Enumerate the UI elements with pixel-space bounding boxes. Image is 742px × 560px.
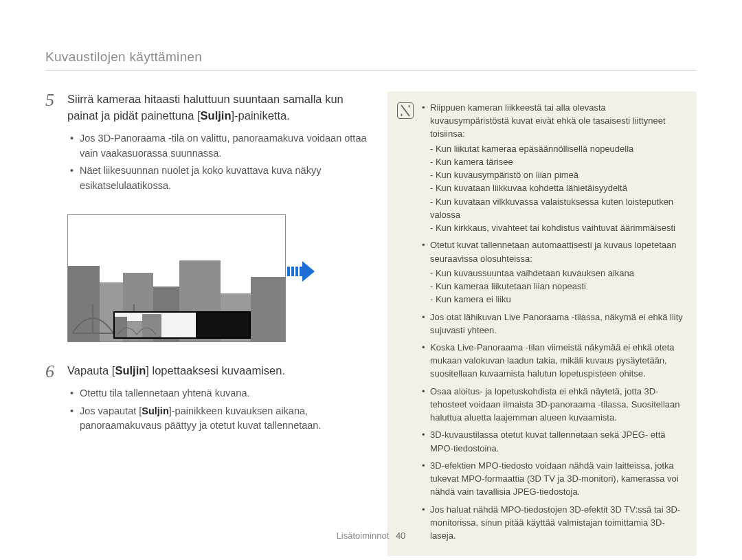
remaining-portion <box>196 313 249 337</box>
info-bullets: Riippuen kameran liikkeestä tai alla ole… <box>422 101 686 546</box>
note-icon <box>397 102 414 119</box>
header-divider <box>45 70 697 71</box>
info-item: 3D-efektien MPO-tiedosto voidaan nähdä v… <box>422 459 686 499</box>
info-item: Koska Live-Panoraama -tilan viimeistä nä… <box>422 341 686 381</box>
svg-marker-7 <box>302 261 315 282</box>
direction-arrow-icon <box>287 260 315 283</box>
step-number: 5 <box>45 91 60 197</box>
step-6: 6 Vapauta [Suljin] lopettaaksesi kuvaami… <box>45 363 368 436</box>
sub-item: Kun kuvataan vilkkuvassa valaistuksessa … <box>430 195 686 221</box>
info-item: Otetut kuvat tallennetaan automaattisest… <box>422 238 686 306</box>
info-sublist: Kun kuvaussuuntaa vaihdetaan kuvauksen a… <box>430 267 686 306</box>
bold-key: Suljin <box>201 109 232 122</box>
page-footer: Lisätoiminnot 40 <box>0 530 742 541</box>
text: Riippuen kameran liikkeestä tai alla ole… <box>430 102 666 139</box>
info-item: Osaa aloitus- ja lopetuskohdista ei ehkä… <box>422 385 686 425</box>
text: ]-painiketta. <box>232 109 290 122</box>
bold-key: Suljin <box>142 405 168 416</box>
sub-item: Kun kuvaussuuntaa vaihdetaan kuvauksen a… <box>430 267 686 280</box>
sub-item: Kun liikutat kameraa epäsäännöllisellä n… <box>430 142 686 155</box>
info-box: Riippuen kameran liikkeestä tai alla ole… <box>387 91 697 556</box>
svg-rect-6 <box>300 267 302 276</box>
left-column: 5 Siirrä kameraa hitaasti haluttuun suun… <box>45 91 368 556</box>
right-column: Riippuen kameran liikkeestä tai alla ole… <box>387 91 697 556</box>
footer-section: Lisätoiminnot <box>337 530 390 541</box>
panorama-preview-strip <box>113 311 251 339</box>
info-item: 3D-kuvaustilassa otetut kuvat tallenneta… <box>422 428 686 454</box>
info-sublist: Kun liikutat kameraa epäsäännöllisellä n… <box>430 142 686 235</box>
text: Otetut kuvat tallennetaan automaattisest… <box>430 240 676 263</box>
sub-item: Kun kameraa liikutetaan liian nopeasti <box>430 280 686 293</box>
sub-item: Kun kamera tärisee <box>430 155 686 168</box>
svg-rect-3 <box>287 267 290 276</box>
svg-rect-4 <box>291 267 294 276</box>
text: Vapauta [ <box>67 364 115 377</box>
info-item: Riippuen kameran liikkeestä tai alla ole… <box>422 101 686 234</box>
sub-item: Kun kuvausympäristö on liian pimeä <box>430 168 686 181</box>
info-item: Jos otat lähikuvan Live Panoraama -tilas… <box>422 311 686 337</box>
bold-key: Suljin <box>115 364 146 377</box>
bullet: Otettu tila tallennetaan yhtenä kuvana. <box>70 386 368 401</box>
bullet: Jos vapautat [Suljin]-painikkeen kuvauks… <box>70 404 368 434</box>
step-body: Siirrä kameraa hitaasti haluttuun suunta… <box>67 91 368 197</box>
text: ] lopettaaksesi kuvaamisen. <box>146 364 285 377</box>
sub-item: Kun kirkkaus, vivahteet tai kohdistus va… <box>430 221 686 234</box>
sub-item: Kun kuvataan liikkuvaa kohdetta lähietäi… <box>430 181 686 194</box>
step-title: Siirrä kameraa hitaasti haluttuun suunta… <box>67 91 368 124</box>
bullet: Näet liikesuunnan nuolet ja koko kuvatta… <box>70 164 368 194</box>
step-number: 6 <box>45 363 60 436</box>
svg-rect-5 <box>295 267 298 276</box>
step-5: 5 Siirrä kameraa hitaasti haluttuun suun… <box>45 91 368 197</box>
bullet: Jos 3D-Panoraama -tila on valittu, panor… <box>70 131 368 161</box>
step-body: Vapauta [Suljin] lopettaaksesi kuvaamise… <box>67 363 368 436</box>
preview-screen <box>67 214 286 342</box>
captured-portion <box>115 313 196 337</box>
step-bullets: Otettu tila tallennetaan yhtenä kuvana. … <box>67 386 368 434</box>
text: Jos vapautat [ <box>80 405 142 416</box>
step-title: Vapauta [Suljin] lopettaaksesi kuvaamise… <box>67 363 368 379</box>
content-columns: 5 Siirrä kameraa hitaasti haluttuun suun… <box>45 91 697 556</box>
panorama-illustration <box>67 214 315 342</box>
sub-item: Kun kamera ei liiku <box>430 293 686 306</box>
step-bullets: Jos 3D-Panoraama -tila on valittu, panor… <box>67 131 368 194</box>
page-header: Kuvaustilojen käyttäminen <box>45 49 697 65</box>
page-number: 40 <box>396 530 405 541</box>
